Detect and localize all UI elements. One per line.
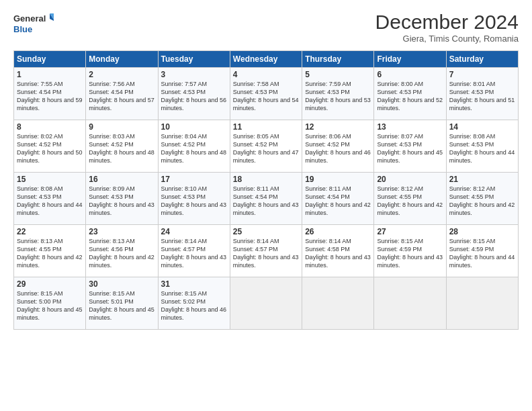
sunset-label: Sunset: 4:57 PM [161, 246, 206, 253]
col-thursday: Thursday [302, 51, 374, 68]
sunrise-label: Sunrise: 8:12 AM [377, 185, 423, 192]
daylight-label: Daylight: 8 hours and 59 minutes. [17, 97, 83, 111]
sunrise-label: Sunrise: 7:55 AM [17, 81, 63, 87]
sunrise-label: Sunrise: 8:08 AM [17, 185, 63, 192]
sunset-label: Sunset: 4:53 PM [233, 89, 278, 95]
col-saturday: Saturday [446, 51, 518, 68]
daylight-label: Daylight: 8 hours and 47 minutes. [233, 149, 299, 164]
day-info: Sunrise: 8:15 AM Sunset: 5:00 PM Dayligh… [17, 289, 83, 322]
sunset-label: Sunset: 4:53 PM [377, 89, 422, 95]
sunset-label: Sunset: 4:54 PM [17, 89, 62, 95]
daylight-label: Daylight: 8 hours and 42 minutes. [17, 254, 83, 269]
day-info: Sunrise: 8:13 AM Sunset: 4:56 PM Dayligh… [89, 237, 154, 270]
table-row: 24 Sunrise: 8:14 AM Sunset: 4:57 PM Dayl… [158, 225, 230, 277]
daylight-label: Daylight: 8 hours and 46 minutes. [161, 306, 227, 321]
day-number: 7 [449, 70, 515, 79]
day-number: 24 [161, 227, 227, 236]
day-number: 27 [377, 227, 443, 236]
table-row: 25 Sunrise: 8:14 AM Sunset: 4:57 PM Dayl… [230, 225, 302, 277]
table-row: 14 Sunrise: 8:08 AM Sunset: 4:53 PM Dayl… [446, 120, 518, 173]
daylight-label: Daylight: 8 hours and 45 minutes. [89, 306, 154, 321]
day-number: 25 [233, 227, 299, 236]
day-info: Sunrise: 8:06 AM Sunset: 4:52 PM Dayligh… [305, 132, 371, 165]
day-info: Sunrise: 8:01 AM Sunset: 4:53 PM Dayligh… [449, 80, 515, 113]
day-number: 9 [89, 122, 154, 132]
sunrise-label: Sunrise: 8:00 AM [377, 81, 423, 87]
day-number: 29 [17, 279, 83, 289]
table-row: 1 Sunrise: 7:55 AM Sunset: 4:54 PM Dayli… [14, 68, 86, 120]
sunset-label: Sunset: 4:53 PM [161, 193, 206, 200]
table-row [302, 277, 374, 330]
day-info: Sunrise: 8:12 AM Sunset: 4:55 PM Dayligh… [449, 185, 515, 218]
day-info: Sunrise: 8:13 AM Sunset: 4:55 PM Dayligh… [17, 237, 83, 270]
day-number: 17 [161, 175, 227, 184]
sunrise-label: Sunrise: 8:06 AM [305, 133, 351, 140]
header: General Blue December 2024 Giera, Timis … [13, 11, 519, 44]
sunset-label: Sunset: 4:56 PM [89, 246, 134, 253]
table-row [230, 277, 302, 330]
sunrise-label: Sunrise: 8:11 AM [305, 185, 351, 192]
table-row: 2 Sunrise: 7:56 AM Sunset: 4:54 PM Dayli… [86, 68, 158, 120]
table-row: 16 Sunrise: 8:09 AM Sunset: 4:53 PM Dayl… [86, 173, 158, 225]
table-row: 15 Sunrise: 8:08 AM Sunset: 4:53 PM Dayl… [14, 173, 86, 225]
day-info: Sunrise: 8:02 AM Sunset: 4:52 PM Dayligh… [17, 132, 83, 165]
table-row: 9 Sunrise: 8:03 AM Sunset: 4:52 PM Dayli… [86, 120, 158, 173]
table-row: 22 Sunrise: 8:13 AM Sunset: 4:55 PM Dayl… [14, 225, 86, 277]
sunset-label: Sunset: 4:53 PM [161, 89, 206, 95]
calendar-week-row: 29 Sunrise: 8:15 AM Sunset: 5:00 PM Dayl… [14, 277, 519, 330]
table-row: 8 Sunrise: 8:02 AM Sunset: 4:52 PM Dayli… [14, 120, 86, 173]
sunrise-label: Sunrise: 7:58 AM [233, 81, 279, 87]
sunrise-label: Sunrise: 8:08 AM [449, 133, 496, 140]
sunrise-label: Sunrise: 7:56 AM [89, 81, 135, 87]
table-row: 13 Sunrise: 8:07 AM Sunset: 4:53 PM Dayl… [374, 120, 446, 173]
day-info: Sunrise: 7:57 AM Sunset: 4:53 PM Dayligh… [161, 80, 227, 113]
day-info: Sunrise: 8:12 AM Sunset: 4:55 PM Dayligh… [377, 185, 443, 218]
day-info: Sunrise: 8:11 AM Sunset: 4:54 PM Dayligh… [233, 185, 299, 218]
sunrise-label: Sunrise: 8:15 AM [449, 238, 496, 244]
daylight-label: Daylight: 8 hours and 51 minutes. [449, 97, 515, 111]
daylight-label: Daylight: 8 hours and 42 minutes. [449, 201, 515, 216]
sunrise-label: Sunrise: 8:14 AM [161, 238, 208, 244]
sunrise-label: Sunrise: 7:57 AM [161, 81, 208, 87]
day-info: Sunrise: 8:10 AM Sunset: 4:53 PM Dayligh… [161, 185, 227, 218]
day-info: Sunrise: 7:58 AM Sunset: 4:53 PM Dayligh… [233, 80, 299, 113]
day-info: Sunrise: 8:15 AM Sunset: 5:01 PM Dayligh… [89, 289, 154, 322]
sunset-label: Sunset: 4:52 PM [17, 141, 62, 148]
day-number: 6 [377, 70, 443, 79]
day-number: 10 [161, 122, 227, 132]
col-wednesday: Wednesday [230, 51, 302, 68]
daylight-label: Daylight: 8 hours and 43 minutes. [377, 254, 443, 269]
sunrise-label: Sunrise: 8:11 AM [233, 185, 279, 192]
sunrise-label: Sunrise: 8:14 AM [233, 238, 279, 244]
logo-svg: General Blue [13, 11, 54, 36]
sunset-label: Sunset: 4:52 PM [161, 141, 206, 148]
day-number: 18 [233, 175, 299, 184]
table-row: 26 Sunrise: 8:14 AM Sunset: 4:58 PM Dayl… [302, 225, 374, 277]
sunrise-label: Sunrise: 8:15 AM [89, 290, 135, 297]
day-info: Sunrise: 8:07 AM Sunset: 4:53 PM Dayligh… [377, 132, 443, 165]
day-info: Sunrise: 8:04 AM Sunset: 4:52 PM Dayligh… [161, 132, 227, 165]
day-info: Sunrise: 8:09 AM Sunset: 4:53 PM Dayligh… [89, 185, 154, 218]
sunrise-label: Sunrise: 8:15 AM [161, 290, 208, 297]
location: Giera, Timis County, Romania [375, 34, 519, 44]
day-info: Sunrise: 8:08 AM Sunset: 4:53 PM Dayligh… [17, 185, 83, 218]
table-row: 5 Sunrise: 7:59 AM Sunset: 4:53 PM Dayli… [302, 68, 374, 120]
page: General Blue December 2024 Giera, Timis … [0, 0, 532, 411]
sunrise-label: Sunrise: 8:09 AM [89, 185, 135, 192]
sunrise-label: Sunrise: 8:03 AM [89, 133, 135, 140]
day-info: Sunrise: 8:05 AM Sunset: 4:52 PM Dayligh… [233, 132, 299, 165]
sunrise-label: Sunrise: 8:15 AM [377, 238, 423, 244]
sunrise-label: Sunrise: 8:01 AM [449, 81, 496, 87]
daylight-label: Daylight: 8 hours and 44 minutes. [449, 149, 515, 164]
sunset-label: Sunset: 4:54 PM [305, 193, 350, 200]
calendar-header-row: Sunday Monday Tuesday Wednesday Thursday… [14, 51, 519, 68]
day-number: 8 [17, 122, 83, 132]
table-row [446, 277, 518, 330]
daylight-label: Daylight: 8 hours and 43 minutes. [233, 201, 299, 216]
sunset-label: Sunset: 4:53 PM [305, 89, 350, 95]
day-number: 12 [305, 122, 371, 132]
sunset-label: Sunset: 4:55 PM [17, 246, 62, 253]
calendar-week-row: 22 Sunrise: 8:13 AM Sunset: 4:55 PM Dayl… [14, 225, 519, 277]
sunset-label: Sunset: 4:57 PM [233, 246, 278, 253]
sunset-label: Sunset: 4:55 PM [449, 193, 494, 200]
